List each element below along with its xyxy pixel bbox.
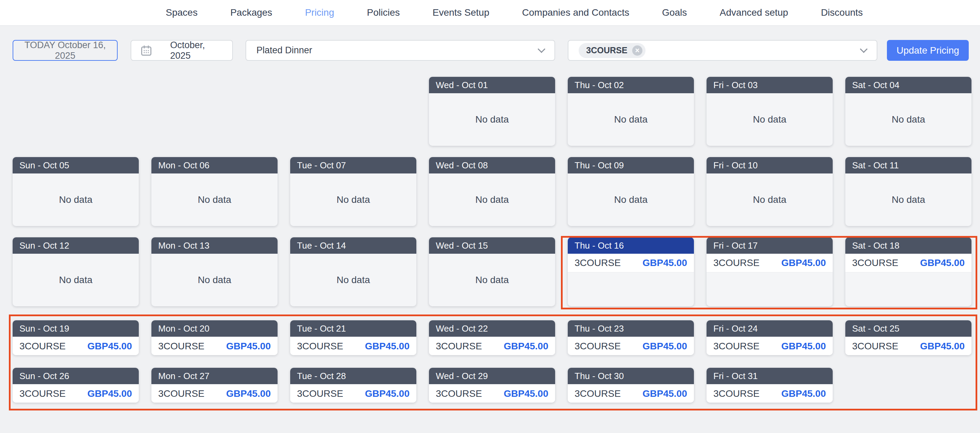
price-row[interactable]: 3COURSEGBP45.00 [13,337,139,355]
pricing-calendar: Wed - Oct 01No dataThu - Oct 02No dataFr… [13,77,972,403]
nav-item-pricing[interactable]: Pricing [305,7,334,18]
day-cell[interactable]: Sun - Oct 193COURSEGBP45.00 [13,320,139,355]
price-row[interactable]: 3COURSEGBP45.00 [290,384,416,403]
day-cell-header: Wed - Oct 01 [429,77,555,93]
nav-item-discounts[interactable]: Discounts [821,7,863,18]
price-row[interactable]: 3COURSEGBP45.00 [706,384,833,403]
day-cell[interactable]: Mon - Oct 273COURSEGBP45.00 [151,368,278,403]
day-cell[interactable]: Sun - Oct 263COURSEGBP45.00 [13,368,139,403]
empty-slot [151,77,278,146]
price-value: GBP45.00 [504,341,548,352]
day-cell[interactable]: Tue - Oct 14No data [290,237,416,306]
day-cell[interactable]: Fri - Oct 243COURSEGBP45.00 [706,320,833,355]
package-name: 3COURSE [713,341,759,352]
price-row[interactable]: 3COURSEGBP45.00 [568,384,694,403]
package-name: 3COURSE [852,341,898,352]
day-cell[interactable]: Wed - Oct 08No data [429,157,555,226]
update-pricing-button[interactable]: Update Pricing [887,40,969,61]
day-cell-header-selected: Thu - Oct 16 [568,237,694,254]
day-cell[interactable]: Fri - Oct 10No data [706,157,833,226]
month-picker-label: October, 2025 [170,40,223,61]
day-cell[interactable]: Mon - Oct 06No data [151,157,278,226]
no-data-label: No data [429,254,555,306]
day-cell[interactable]: Wed - Oct 293COURSEGBP45.00 [429,368,555,403]
day-cell-header: Thu - Oct 02 [568,77,694,93]
day-cell-header: Mon - Oct 06 [151,157,278,174]
price-value: GBP45.00 [365,341,409,352]
price-row[interactable]: 3COURSEGBP45.00 [151,384,278,403]
day-cell[interactable]: Sat - Oct 253COURSEGBP45.00 [845,320,972,355]
remove-tag-icon[interactable]: × [632,45,643,56]
day-cell[interactable]: Thu - Oct 303COURSEGBP45.00 [568,368,694,403]
day-cell[interactable]: Sun - Oct 05No data [13,157,139,226]
today-button[interactable]: TODAY October 16, 2025 [13,40,118,61]
month-picker[interactable]: October, 2025 [130,40,233,61]
price-value: GBP45.00 [643,388,687,399]
day-cell[interactable]: Fri - Oct 03No data [706,77,833,146]
nav-item-policies[interactable]: Policies [367,7,399,18]
day-cell-header: Wed - Oct 08 [429,157,555,174]
chevron-down-icon [538,45,546,53]
day-cell[interactable]: Mon - Oct 13No data [151,237,278,306]
no-data-label: No data [706,174,833,226]
calendar-week-4: Sun - Oct 193COURSEGBP45.00Mon - Oct 203… [13,320,972,355]
day-cell[interactable]: Thu - Oct 09No data [568,157,694,226]
no-data-label: No data [568,93,694,146]
day-cell-header: Sat - Oct 04 [845,77,972,93]
day-cell[interactable]: Sat - Oct 11No data [845,157,972,226]
calendar-week-2: Sun - Oct 05No dataMon - Oct 06No dataTu… [13,157,972,226]
day-cell[interactable]: Mon - Oct 203COURSEGBP45.00 [151,320,278,355]
day-cell[interactable]: Sun - Oct 12No data [13,237,139,306]
price-row[interactable]: 3COURSEGBP45.00 [706,337,833,355]
price-row[interactable]: 3COURSEGBP45.00 [845,337,972,355]
day-cell[interactable]: Tue - Oct 213COURSEGBP45.00 [290,320,416,355]
price-row[interactable]: 3COURSEGBP45.00 [13,384,139,403]
day-cell[interactable]: Sat - Oct 183COURSEGBP45.00 [845,237,972,306]
price-value: GBP45.00 [504,388,548,399]
price-row[interactable]: 3COURSEGBP45.00 [290,337,416,355]
price-value: GBP45.00 [920,257,965,268]
package-name: 3COURSE [574,257,620,268]
price-row[interactable]: 3COURSEGBP45.00 [429,384,555,403]
nav-item-companies-and-contacts[interactable]: Companies and Contacts [522,7,629,18]
package-name: 3COURSE [574,388,620,399]
day-cell[interactable]: Wed - Oct 223COURSEGBP45.00 [429,320,555,355]
price-value: GBP45.00 [226,388,271,399]
day-cell[interactable]: Wed - Oct 15No data [429,237,555,306]
price-row[interactable]: 3COURSEGBP45.00 [568,337,694,355]
package-name: 3COURSE [713,257,759,268]
selected-tag-3course: 3COURSE × [579,43,646,58]
nav-item-events-setup[interactable]: Events Setup [433,7,489,18]
day-cell[interactable]: Tue - Oct 283COURSEGBP45.00 [290,368,416,403]
price-row[interactable]: 3COURSEGBP45.00 [151,337,278,355]
package-name: 3COURSE [158,388,204,399]
day-cell[interactable]: Fri - Oct 173COURSEGBP45.00 [706,237,833,306]
price-row[interactable]: 3COURSEGBP45.00 [706,254,833,273]
nav-item-packages[interactable]: Packages [230,7,272,18]
price-value: GBP45.00 [781,388,826,399]
no-data-label: No data [151,174,278,226]
price-row[interactable]: 3COURSEGBP45.00 [845,254,972,273]
package-tags-select[interactable]: 3COURSE × [568,40,877,61]
no-data-label: No data [290,254,416,306]
day-cell[interactable]: Tue - Oct 07No data [290,157,416,226]
package-name: 3COURSE [297,341,343,352]
day-cell[interactable]: Sat - Oct 04No data [845,77,972,146]
nav-item-spaces[interactable]: Spaces [166,7,197,18]
package-type-value: Plated Dinner [256,45,312,56]
day-cell[interactable]: Fri - Oct 313COURSEGBP45.00 [706,368,833,403]
day-cell-header: Fri - Oct 17 [706,237,833,254]
day-cell[interactable]: Thu - Oct 163COURSEGBP45.00 [568,237,694,306]
empty-slot [845,368,972,403]
nav-item-goals[interactable]: Goals [662,7,687,18]
day-cell-header: Mon - Oct 27 [151,368,278,384]
package-type-select[interactable]: Plated Dinner [245,40,555,61]
price-row[interactable]: 3COURSEGBP45.00 [429,337,555,355]
day-cell[interactable]: Thu - Oct 233COURSEGBP45.00 [568,320,694,355]
day-cell[interactable]: Thu - Oct 02No data [568,77,694,146]
price-value: GBP45.00 [781,341,826,352]
nav-item-advanced-setup[interactable]: Advanced setup [720,7,788,18]
day-cell[interactable]: Wed - Oct 01No data [429,77,555,146]
price-row[interactable]: 3COURSEGBP45.00 [568,254,694,273]
price-value: GBP45.00 [920,341,965,352]
